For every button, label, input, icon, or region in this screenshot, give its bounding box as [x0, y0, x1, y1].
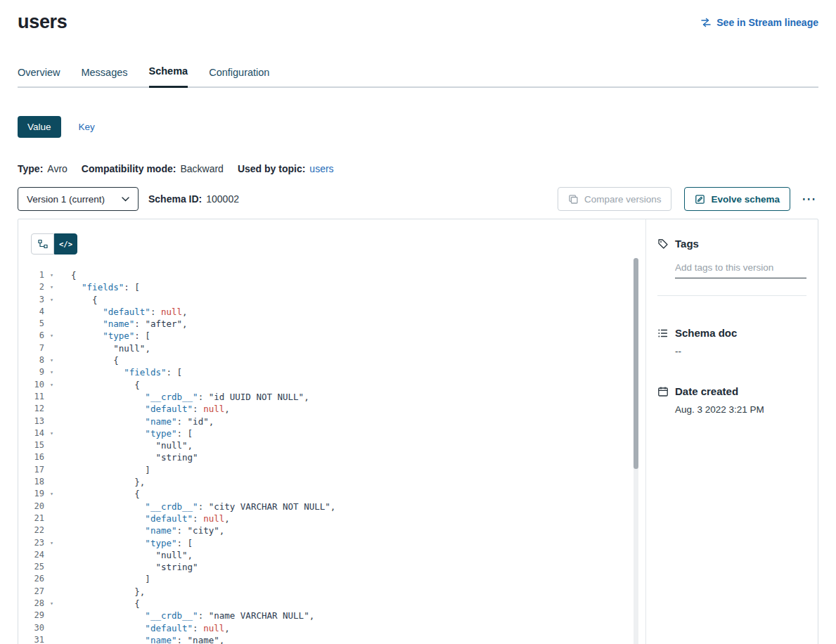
code-text: "type": [	[71, 427, 193, 439]
fold-toggle-icon[interactable]: ▾	[50, 427, 60, 439]
line-number: 12	[18, 403, 44, 415]
fold-toggle-icon[interactable]: ▾	[50, 366, 60, 378]
tab-bar: Overview Messages Schema Configuration	[18, 61, 818, 88]
fold-spacer	[50, 610, 60, 622]
stream-lineage-link[interactable]: See in Stream lineage	[700, 17, 818, 28]
line-number: 1	[18, 269, 44, 281]
code-line: 11 "__crdb__": "id UUID NOT NULL",	[18, 391, 645, 403]
date-created-title: Date created	[675, 385, 738, 397]
tags-title: Tags	[675, 238, 699, 250]
line-number: 16	[18, 451, 44, 463]
line-number: 25	[18, 561, 44, 573]
code-text: "string"	[71, 451, 198, 463]
compare-versions-icon	[568, 194, 579, 205]
fold-toggle-icon[interactable]: ▾	[50, 354, 60, 366]
code-text: "type": [	[71, 537, 193, 549]
tab-messages[interactable]: Messages	[81, 61, 127, 88]
compatibility-value: Backward	[180, 163, 223, 174]
line-number: 18	[18, 476, 44, 488]
code-line: 27 },	[18, 586, 645, 598]
schema-code-pane: </> 1▾{2▾ "fields": [3▾ {4 "default": nu…	[18, 219, 646, 644]
fold-spacer	[50, 439, 60, 451]
compare-versions-label: Compare versions	[584, 194, 662, 205]
fold-spacer	[50, 306, 60, 318]
code-text: },	[71, 586, 145, 598]
code-line: 30 "default": null,	[18, 622, 645, 634]
code-text: "default": null,	[71, 622, 230, 634]
compatibility-label: Compatibility mode:	[82, 163, 176, 174]
version-select[interactable]: Version 1 (current)	[18, 187, 139, 211]
page-header: users See in Stream lineage	[0, 0, 836, 33]
sidebar-divider	[657, 295, 806, 296]
line-number: 7	[18, 342, 44, 354]
fold-spacer	[50, 561, 60, 573]
code-line: 6▾ "type": [	[18, 330, 645, 342]
chevron-down-icon	[122, 197, 129, 202]
code-view-button[interactable]: </>	[54, 233, 77, 255]
code-text: "name": "name",	[71, 634, 224, 644]
line-number: 9	[18, 366, 44, 378]
stream-lineage-icon	[700, 17, 712, 28]
code-line: 8▾ {	[18, 354, 645, 366]
code-text: "null",	[71, 549, 193, 561]
fold-toggle-icon[interactable]: ▾	[50, 379, 60, 391]
fold-toggle-icon[interactable]: ▾	[50, 269, 60, 281]
calendar-icon	[657, 386, 669, 397]
schema-panel: </> 1▾{2▾ "fields": [3▾ {4 "default": nu…	[18, 219, 818, 644]
code-line: 21 "default": null,	[18, 513, 645, 524]
topic-link[interactable]: users	[309, 163, 333, 174]
code-text: {	[71, 269, 77, 281]
fold-toggle-icon[interactable]: ▾	[50, 294, 60, 306]
tab-schema[interactable]: Schema	[149, 61, 188, 88]
code-text: "name": "id",	[71, 416, 214, 427]
line-number: 15	[18, 439, 44, 451]
code-line: 19▾ {	[18, 488, 645, 500]
code-text: "name": "city",	[71, 524, 224, 536]
code-line: 9▾ "fields": [	[18, 366, 645, 378]
line-number: 6	[18, 330, 44, 342]
more-options-button[interactable]: ⋯	[800, 193, 818, 205]
compare-versions-button[interactable]: Compare versions	[558, 187, 672, 211]
line-number: 11	[18, 391, 44, 403]
code-line: 12 "default": null,	[18, 403, 645, 415]
fold-toggle-icon[interactable]: ▾	[50, 488, 60, 500]
line-number: 22	[18, 524, 44, 536]
fold-toggle-icon[interactable]: ▾	[50, 598, 60, 610]
tab-overview[interactable]: Overview	[18, 61, 60, 88]
line-number: 28	[18, 598, 44, 610]
value-key-toggle: Value Key	[18, 116, 818, 138]
value-toggle-button[interactable]: Value	[18, 116, 61, 138]
scrollbar-thumb[interactable]	[634, 258, 638, 469]
line-number: 21	[18, 513, 44, 524]
evolve-schema-icon	[695, 194, 705, 205]
code-line: 25 "string"	[18, 561, 645, 573]
fold-spacer	[50, 464, 60, 476]
tree-view-button[interactable]	[31, 233, 54, 255]
code-text: "__crdb__": "name VARCHAR NULL",	[71, 610, 314, 622]
schema-id-value: 100002	[206, 193, 239, 205]
fold-toggle-icon[interactable]: ▾	[50, 537, 60, 549]
evolve-schema-button[interactable]: Evolve schema	[684, 187, 790, 211]
code-text: "default": null,	[71, 306, 188, 318]
code-text: "null",	[71, 342, 150, 354]
fold-spacer	[50, 524, 60, 536]
tree-view-icon	[38, 239, 48, 249]
code-line: 20 "__crdb__": "city VARCHAR NOT NULL",	[18, 501, 645, 513]
schema-doc-title: Schema doc	[675, 327, 737, 339]
key-toggle-button[interactable]: Key	[79, 122, 95, 132]
schema-doc-icon	[657, 328, 669, 339]
fold-toggle-icon[interactable]: ▾	[50, 330, 60, 342]
code-text: "fields": [	[71, 366, 182, 378]
code-text: },	[71, 476, 145, 488]
fold-toggle-icon[interactable]: ▾	[50, 281, 60, 293]
code-line: 24 "null",	[18, 549, 645, 561]
tab-configuration[interactable]: Configuration	[209, 61, 269, 88]
schema-doc-value: --	[675, 346, 806, 356]
line-number: 13	[18, 416, 44, 427]
fold-spacer	[50, 549, 60, 561]
line-number: 24	[18, 549, 44, 561]
code-text: ]	[71, 573, 150, 585]
code-text: {	[71, 294, 98, 306]
add-tags-input[interactable]	[675, 259, 806, 278]
tag-icon	[657, 238, 669, 250]
